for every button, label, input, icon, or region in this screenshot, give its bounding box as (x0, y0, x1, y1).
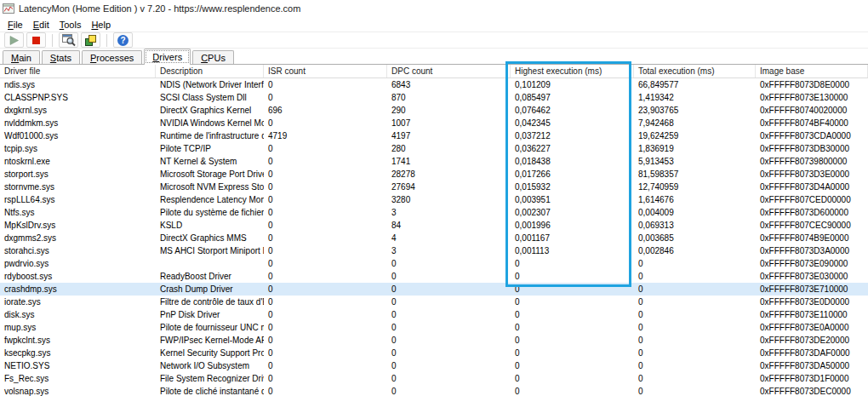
table-row-tcpip-sys[interactable]: tcpip.sysPilote TCP/IP02800,0362271,8369… (0, 142, 868, 155)
column-header-highest-execution-ms[interactable]: Highest execution (ms) (511, 65, 634, 77)
table-row-ndis-sys[interactable]: ndis.sysNDIS (Network Driver Interface..… (0, 78, 868, 91)
cell-image-base: 0xFFFFF8073D4A0000 (756, 181, 868, 193)
table-row-fwpkclnt-sys[interactable]: fwpkclnt.sysFWP/IPsec Kernel-Mode API000… (0, 334, 868, 347)
window-title: LatencyMon (Home Edition ) v 7.20 - http… (19, 3, 300, 14)
cell-isr-count: 696 (264, 104, 387, 117)
table-row-classpnp-sys[interactable]: CLASSPNP.SYSSCSI Class System Dll08700,0… (0, 91, 868, 104)
table-row-mpksldrv-sys[interactable]: MpKslDrv.sysKSLD0840,0019960,0693130xFFF… (0, 219, 868, 232)
menu-item-edit[interactable]: Edit (28, 19, 54, 31)
cell-description: ReadyBoost Driver (156, 270, 264, 283)
table-row-disk-sys[interactable]: disk.sysPnP Disk Driver00000xFFFFF8073E1… (0, 308, 868, 321)
cell-total-execution-ms: 1,614676 (634, 193, 756, 206)
cell-image-base: 0xFFFFF8074BF40000 (756, 117, 868, 129)
menu-bar: FileEditToolsHelp (0, 17, 868, 32)
table-row-storport-sys[interactable]: storport.sysMicrosoft Storage Port Drive… (0, 168, 868, 181)
table-row-ksecpkg-sys[interactable]: ksecpkg.sysKernel Security Support Provi… (0, 347, 868, 359)
stack-view-button[interactable] (81, 32, 100, 48)
cell-image-base: 0xFFFFF807CEC90000 (756, 219, 868, 232)
cell-total-execution-ms: 0 (634, 270, 756, 283)
latencymon-app-icon (3, 3, 14, 14)
cell-total-execution-ms: 0 (634, 359, 756, 372)
column-header-description[interactable]: Description (156, 65, 264, 77)
table-row-wdf01000-sys[interactable]: Wdf01000.sysRuntime de l'infrastructure … (0, 129, 868, 142)
column-header-driver-file[interactable]: Driver file (0, 65, 156, 77)
cell-dpc-count: 0 (387, 359, 511, 372)
cell-isr-count: 0 (264, 193, 387, 206)
cell-image-base: 0xFFFFF8073DA50000 (756, 359, 868, 372)
table-row-ntfs-sys[interactable]: Ntfs.sysPilote du système de fichiers ..… (0, 206, 868, 219)
tab-stats[interactable]: Stats (42, 50, 80, 65)
table-row-pwdrvio-sys[interactable]: pwdrvio.sys00000xFFFFF8073E090000 (0, 257, 868, 270)
menu-item-tools[interactable]: Tools (54, 19, 87, 31)
cell-dpc-count: 0 (387, 372, 511, 385)
cell-description: Pilote TCP/IP (156, 142, 264, 155)
table-row-storahci-sys[interactable]: storahci.sysMS AHCI Storport Miniport Dr… (0, 244, 868, 257)
help-button[interactable]: ? (113, 32, 133, 48)
cell-dpc-count: 0 (387, 296, 511, 308)
analyze-report-button[interactable] (59, 32, 78, 48)
cell-image-base: 0xFFFFF8073DE20000 (756, 334, 868, 347)
cell-driver-file: nvlddmkm.sys (0, 117, 156, 129)
table-row-netio-sys[interactable]: NETIO.SYSNetwork I/O Subsystem00000xFFFF… (0, 359, 868, 372)
cell-description: FWP/IPsec Kernel-Mode API (156, 334, 264, 347)
table-row-nvlddmkm-sys[interactable]: nvlddmkm.sysNVIDIA Windows Kernel Mod...… (0, 117, 868, 129)
cell-image-base: 0xFFFFF8073E030000 (756, 270, 868, 283)
cell-image-base: 0xFFFFF8073E110000 (756, 308, 868, 321)
tab-cpus[interactable]: CPUs (192, 50, 234, 65)
menu-item-help[interactable]: Help (86, 19, 116, 31)
column-header-total-execution-ms[interactable]: Total execution (ms) (634, 65, 756, 77)
cell-total-execution-ms: 23,903765 (634, 104, 756, 117)
cell-image-base: 0xFFFFF8073E0A0000 (756, 321, 868, 334)
cell-driver-file: MpKslDrv.sys (0, 219, 156, 232)
cell-driver-file: tcpip.sys (0, 142, 156, 155)
cell-dpc-count: 28278 (387, 168, 511, 181)
table-row-mup-sys[interactable]: mup.sysPilote de fournisseur UNC mul...0… (0, 321, 868, 334)
table-row-dxgkrnl-sys[interactable]: dxgkrnl.sysDirectX Graphics Kernel696290… (0, 104, 868, 117)
cell-isr-count: 0 (264, 270, 387, 283)
tab-processes[interactable]: Processes (82, 50, 142, 65)
tab-main[interactable]: Main (3, 50, 40, 65)
cell-image-base: 0xFFFFF8073DEC0000 (756, 385, 868, 396)
table-row-crashdmp-sys[interactable]: crashdmp.sysCrash Dump Driver00000xFFFFF… (0, 283, 868, 296)
cell-description (156, 257, 264, 270)
cell-driver-file: ndis.sys (0, 78, 156, 91)
table-row-stornvme-sys[interactable]: stornvme.sysMicrosoft NVM Express Storp.… (0, 181, 868, 193)
table-row-volsnap-sys[interactable]: volsnap.sysPilote de cliché instantané d… (0, 385, 868, 396)
column-header-dpc-count[interactable]: DPC count (387, 65, 511, 77)
cell-highest-execution-ms: 0,001113 (511, 244, 634, 257)
column-header-image-base[interactable]: Image base (756, 65, 868, 77)
cell-isr-count: 0 (264, 359, 387, 372)
table-row-rdyboost-sys[interactable]: rdyboost.sysReadyBoost Driver00000xFFFFF… (0, 270, 868, 283)
cell-isr-count: 0 (264, 232, 387, 244)
cell-highest-execution-ms: 0,002307 (511, 206, 634, 219)
cell-image-base: 0xFFFFF8073D3E0000 (756, 168, 868, 181)
cell-highest-execution-ms: 0 (511, 270, 634, 283)
cell-image-base: 0xFFFFF8074B9E0000 (756, 232, 868, 244)
table-row-ntoskrnl-exe[interactable]: ntoskrnl.exeNT Kernel & System017410,018… (0, 155, 868, 168)
tab-drivers[interactable]: Drivers (144, 49, 191, 65)
cell-total-execution-ms: 1,836919 (634, 142, 756, 155)
cell-dpc-count: 0 (387, 283, 511, 296)
svg-text:?: ? (120, 36, 125, 45)
menu-item-file[interactable]: File (3, 19, 28, 31)
table-row-fs-rec-sys[interactable]: Fs_Rec.sysFile System Recognizer Driver0… (0, 372, 868, 385)
cell-description: Pilote de cliché instantané du... (156, 385, 264, 396)
start-monitor-button[interactable] (4, 32, 24, 48)
cell-description: Runtime de l'infrastructure de ... (156, 129, 264, 142)
cell-isr-count: 0 (264, 308, 387, 321)
cell-description: NDIS (Network Driver Interface... (156, 78, 264, 91)
cell-dpc-count: 0 (387, 385, 511, 396)
stop-monitor-button[interactable] (26, 32, 46, 48)
table-row-iorate-sys[interactable]: iorate.sysFiltre de contrôle de taux d'E… (0, 296, 868, 308)
table-row-dxgmms2-sys[interactable]: dxgmms2.sysDirectX Graphics MMS040,00116… (0, 232, 868, 244)
table-row-rsplll64-sys[interactable]: rspLLL64.sysResplendence Latency Monit..… (0, 193, 868, 206)
cell-driver-file: crashdmp.sys (0, 283, 156, 296)
cell-dpc-count: 0 (387, 347, 511, 359)
column-header-isr-count[interactable]: ISR count (264, 65, 387, 77)
cell-isr-count: 0 (264, 142, 387, 155)
cell-highest-execution-ms: 0,036227 (511, 142, 634, 155)
cell-isr-count: 0 (264, 347, 387, 359)
cell-description: MS AHCI Storport Miniport Dri... (156, 244, 264, 257)
cell-driver-file: Ntfs.sys (0, 206, 156, 219)
cell-image-base: 0xFFFFF8073E710000 (756, 283, 868, 296)
